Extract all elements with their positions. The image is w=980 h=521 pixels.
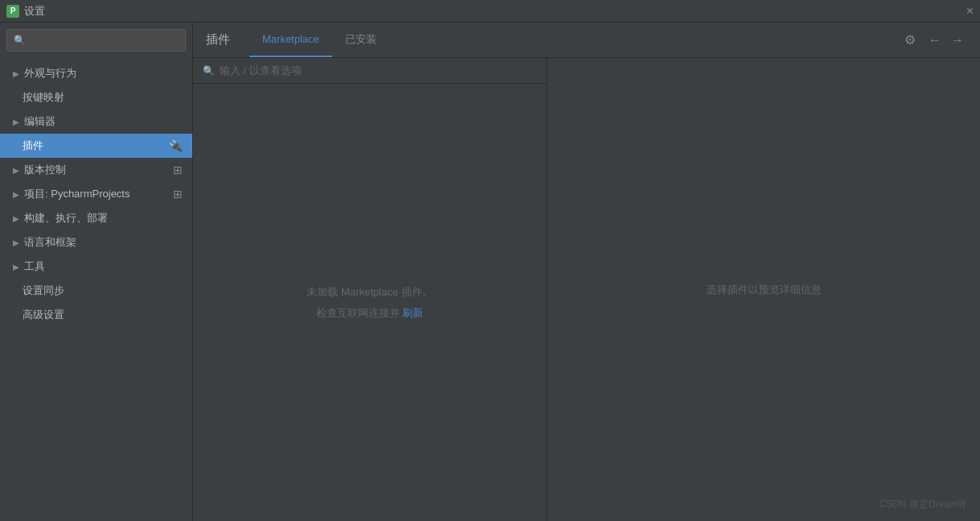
main-container: 🔍 ▶ 外观与行为 按键映射 ▶ 编辑器 插件 🔌 ▶ 版本控制 xyxy=(0,23,980,521)
chevron-icon: ▶ xyxy=(13,118,19,126)
sidebar-item-project[interactable]: ▶ 项目: PycharmProjects ⊞ xyxy=(0,182,192,206)
sidebar-item-tools[interactable]: ▶ 工具 xyxy=(0,254,192,279)
sidebar-item-label: 工具 xyxy=(24,259,183,274)
sidebar-item-label: 外观与行为 xyxy=(24,66,183,81)
sidebar-item-plugins[interactable]: 插件 🔌 xyxy=(0,134,192,158)
plugin-content: 🔍 未加载 Marketplace 插件。 检查互联网连接并 刷新 选择插件以预… xyxy=(193,58,980,521)
chevron-icon: ▶ xyxy=(13,69,19,78)
sidebar-item-build[interactable]: ▶ 构建、执行、部署 xyxy=(0,206,192,230)
sidebar: 🔍 ▶ 外观与行为 按键映射 ▶ 编辑器 插件 🔌 ▶ 版本控制 xyxy=(0,23,193,521)
tab-marketplace-label: Marketplace xyxy=(262,33,319,45)
tabs: Marketplace 已安装 xyxy=(249,23,901,57)
sidebar-item-label: 语言和框架 xyxy=(24,235,183,250)
plugin-icon: 🔌 xyxy=(169,139,183,152)
tab-installed-label: 已安装 xyxy=(345,32,377,47)
search-icon: 🔍 xyxy=(14,35,26,46)
app-icon: P xyxy=(6,5,19,18)
sidebar-item-label: 设置同步 xyxy=(23,283,183,298)
sidebar-search-input[interactable] xyxy=(31,35,179,47)
sidebar-item-label: 高级设置 xyxy=(23,308,183,322)
detail-placeholder: 选择插件以预览详细信息 xyxy=(706,283,821,297)
sidebar-item-lang[interactable]: ▶ 语言和框架 xyxy=(0,230,192,254)
chevron-icon: ▶ xyxy=(13,238,19,247)
sidebar-item-label: 编辑器 xyxy=(24,114,183,129)
plugin-search-input[interactable] xyxy=(220,64,537,76)
sidebar-item-label: 版本控制 xyxy=(24,163,173,177)
sidebar-search[interactable]: 🔍 xyxy=(6,29,186,52)
sidebar-item-label: 插件 xyxy=(23,139,169,153)
empty-line2: 检查互联网连接并 刷新 xyxy=(316,303,424,324)
empty-line1: 未加载 Marketplace 插件。 xyxy=(307,282,432,303)
close-button[interactable]: × xyxy=(966,4,974,19)
sidebar-item-label: 构建、执行、部署 xyxy=(24,211,183,225)
plugin-list-panel: 🔍 未加载 Marketplace 插件。 检查互联网连接并 刷新 xyxy=(193,58,547,521)
plugin-detail-panel: 选择插件以预览详细信息 xyxy=(547,58,980,521)
search-icon: 🔍 xyxy=(203,65,215,76)
plugin-empty: 未加载 Marketplace 插件。 检查互联网连接并 刷新 xyxy=(193,84,546,521)
content-area: 插件 Marketplace 已安装 ⚙ ← → 🔍 xyxy=(193,23,980,521)
sidebar-item-appearance[interactable]: ▶ 外观与行为 xyxy=(0,61,192,85)
watermark: CSDN @是Dream呀 xyxy=(879,498,967,511)
nav-arrows: ← → xyxy=(925,31,967,49)
chevron-icon: ▶ xyxy=(13,263,19,271)
sidebar-item-advanced[interactable]: 高级设置 xyxy=(0,303,192,327)
sidebar-item-sync[interactable]: 设置同步 xyxy=(0,279,192,303)
sidebar-item-label: 按键映射 xyxy=(23,90,183,105)
empty-line2-pre: 检查互联网连接并 xyxy=(316,307,403,319)
chevron-icon: ▶ xyxy=(13,166,19,175)
back-button[interactable]: ← xyxy=(925,31,945,49)
chevron-icon: ▶ xyxy=(13,190,19,199)
gear-button[interactable]: ⚙ xyxy=(901,29,919,51)
forward-button[interactable]: → xyxy=(948,31,967,49)
vcs-icon: ⊞ xyxy=(173,163,183,176)
tab-marketplace[interactable]: Marketplace xyxy=(249,23,332,57)
title-bar: P 设置 × xyxy=(0,0,980,23)
sidebar-item-label: 项目: PycharmProjects xyxy=(24,187,173,201)
refresh-link[interactable]: 刷新 xyxy=(402,307,423,319)
plugin-search-bar[interactable]: 🔍 xyxy=(193,58,546,84)
content-header: 插件 Marketplace 已安装 ⚙ ← → xyxy=(193,23,980,58)
sidebar-item-keymap[interactable]: 按键映射 xyxy=(0,85,192,110)
sidebar-nav: ▶ 外观与行为 按键映射 ▶ 编辑器 插件 🔌 ▶ 版本控制 ⊞ ▶ 项 xyxy=(0,58,192,521)
sidebar-item-vcs[interactable]: ▶ 版本控制 ⊞ xyxy=(0,158,192,182)
sidebar-item-editor[interactable]: ▶ 编辑器 xyxy=(0,110,192,134)
tab-installed[interactable]: 已安装 xyxy=(332,23,389,57)
chevron-icon: ▶ xyxy=(13,214,19,223)
project-icon: ⊞ xyxy=(173,188,183,201)
title-bar-text: 设置 xyxy=(24,4,45,19)
content-title: 插件 xyxy=(206,32,230,48)
